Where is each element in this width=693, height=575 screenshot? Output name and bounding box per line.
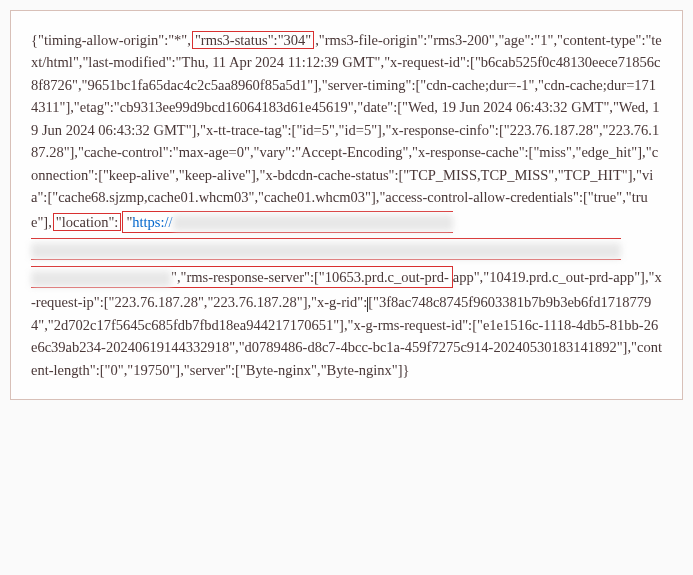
json-headers-block: {"timing-allow-origin":"*","rms3-status"… xyxy=(10,10,683,400)
json-open: {"timing-allow-origin":"*", xyxy=(31,32,191,48)
highlight-location-key: "location": xyxy=(53,213,122,231)
highlight-rms3-status: "rms3-status":"304" xyxy=(192,31,314,49)
json-seg1: ,"rms3-file-origin":"rms3-200","age":"1"… xyxy=(31,32,662,230)
redacted-url-part2: xxxxxxxxxxxxxxxxxxxxxxxxxxxxxxxxxxxxxxxx… xyxy=(31,243,621,259)
redacted-url-part3: xxxxxxxxxxxx xyxy=(31,271,171,287)
redacted-url-part1: xxxxxxxxxxxxxxxxxxxxxx xyxy=(173,215,453,231)
location-tail: ","rms-response-server":["10653.prd.c_ou… xyxy=(171,269,449,285)
location-url-visible[interactable]: https:// xyxy=(132,214,172,230)
